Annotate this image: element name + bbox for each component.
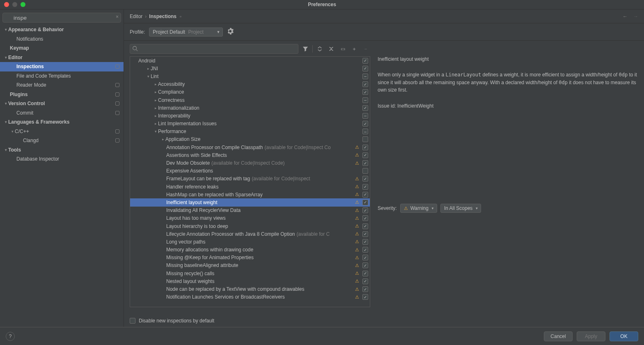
inspections-search-input[interactable] — [130, 44, 298, 54]
sidebar-item[interactable]: ▾Languages & Frameworks — [0, 117, 124, 127]
inspection-row[interactable]: ▸Interoperability — [130, 112, 370, 120]
inspection-checkbox[interactable] — [362, 231, 368, 237]
inspection-checkbox[interactable] — [362, 145, 368, 150]
inspection-row[interactable]: ▸JNI — [130, 64, 370, 72]
inspection-checkbox[interactable] — [362, 184, 368, 190]
forward-icon[interactable]: → — [633, 14, 638, 19]
inspection-checkbox[interactable] — [362, 247, 368, 253]
inspection-row[interactable]: ▸Lint Implementation Issues — [130, 120, 370, 128]
sidebar-item[interactable]: File and Code Templates — [0, 71, 124, 81]
inspection-checkbox[interactable] — [362, 152, 368, 158]
inspection-row[interactable]: Inefficient layout weight⚠ — [130, 198, 370, 206]
add-icon[interactable]: ＋ — [350, 44, 359, 53]
inspection-row[interactable]: Node can be replaced by a TextView with … — [130, 285, 370, 293]
inspection-row[interactable]: ▸Compliance — [130, 88, 370, 96]
inspection-row[interactable]: Handler reference leaks⚠ — [130, 183, 370, 191]
inspection-row[interactable]: Long vector paths⚠ — [130, 238, 370, 246]
inspection-row[interactable]: Annotation Processor on Compile Classpat… — [130, 143, 370, 151]
breadcrumb-parent[interactable]: Editor — [130, 14, 142, 19]
inspection-row[interactable]: Layout hierarchy is too deep⚠ — [130, 222, 370, 230]
inspection-checkbox[interactable] — [362, 113, 368, 119]
inspection-checkbox[interactable] — [362, 176, 368, 182]
inspection-row[interactable]: ▾Lint — [130, 72, 370, 80]
inspection-checkbox[interactable] — [362, 105, 368, 111]
sidebar-item[interactable]: Commit — [0, 108, 124, 118]
reset-icon[interactable]: ▭ — [338, 44, 347, 53]
inspection-row[interactable]: Lifecycle Annotation Processor with Java… — [130, 230, 370, 238]
inspection-row[interactable]: Nested layout weights⚠ — [130, 277, 370, 285]
inspection-row[interactable]: FrameLayout can be replaced with tag(ava… — [130, 175, 370, 183]
inspection-row[interactable]: Invalidating All RecyclerView Data⚠ — [130, 207, 370, 214]
clear-search-icon[interactable]: × — [116, 14, 119, 20]
settings-badge-icon[interactable]: ▫ — [180, 14, 181, 19]
help-button[interactable]: ? — [6, 332, 15, 341]
inspection-checkbox[interactable] — [362, 58, 368, 64]
sidebar-item[interactable]: ▾Appearance & Behavior — [0, 25, 124, 34]
inspection-checkbox[interactable] — [362, 223, 368, 229]
inspection-row[interactable]: ▸Internationalization — [130, 104, 370, 112]
inspection-checkbox[interactable] — [362, 192, 368, 198]
disable-new-inspections-checkbox[interactable] — [130, 318, 135, 324]
profile-dropdown[interactable]: Project Default Project ▼ — [149, 28, 223, 37]
inspection-row[interactable]: ▾Performance — [130, 128, 370, 136]
inspection-row[interactable]: Expensive Assertions — [130, 167, 370, 175]
back-icon[interactable]: ← — [623, 14, 628, 19]
sidebar-item[interactable]: Inspections — [0, 62, 124, 71]
inspection-checkbox[interactable] — [362, 278, 368, 284]
inspection-row[interactable]: Assertions with Side Effects⚠ — [130, 151, 370, 159]
inspection-checkbox[interactable] — [362, 200, 368, 205]
inspection-row[interactable]: Layout has too many views⚠ — [130, 214, 370, 222]
inspection-checkbox[interactable] — [362, 74, 368, 79]
scope-dropdown[interactable]: In All Scopes ▼ — [440, 204, 481, 213]
inspection-row[interactable]: Dev Mode Obsolete(available for Code|Ins… — [130, 159, 370, 167]
expand-all-icon[interactable] — [315, 44, 324, 53]
close-window-icon[interactable] — [4, 2, 9, 7]
inspection-checkbox[interactable] — [362, 97, 368, 103]
inspection-checkbox[interactable] — [362, 215, 368, 221]
sidebar-item[interactable]: ▾Tools — [0, 145, 124, 155]
sidebar-item[interactable]: ▾Version Control — [0, 99, 124, 108]
sidebar-item[interactable]: Plugins — [0, 90, 124, 99]
inspection-row[interactable]: Missing baselineAligned attribute⚠ — [130, 262, 370, 269]
inspection-row[interactable]: Missing @Keep for Animated Properties⚠ — [130, 254, 370, 262]
inspection-row[interactable]: HashMap can be replaced with SparseArray… — [130, 191, 370, 198]
inspection-checkbox[interactable] — [362, 89, 368, 95]
ok-button[interactable]: OK — [610, 331, 638, 341]
inspection-checkbox[interactable] — [362, 286, 368, 292]
settings-tree[interactable]: ▾Appearance & BehaviorNotificationsKeyma… — [0, 25, 124, 327]
inspection-checkbox[interactable] — [362, 81, 368, 87]
inspection-checkbox[interactable] — [362, 168, 368, 174]
cancel-button[interactable]: Cancel — [544, 331, 573, 341]
inspection-checkbox[interactable] — [362, 136, 368, 142]
severity-dropdown[interactable]: ⚠ Warning ▼ — [400, 204, 437, 213]
zoom-window-icon[interactable] — [21, 2, 25, 7]
inspection-checkbox[interactable] — [362, 66, 368, 71]
sidebar-item[interactable]: Keymap — [0, 44, 124, 53]
sidebar-item[interactable]: ▾Editor — [0, 53, 124, 62]
inspection-checkbox[interactable] — [362, 239, 368, 245]
inspections-tree[interactable]: Android▸JNI▾Lint▸Accessibility▸Complianc… — [130, 57, 370, 307]
inspection-checkbox[interactable] — [362, 294, 368, 300]
inspection-checkbox[interactable] — [362, 262, 368, 268]
inspection-row[interactable]: Memory allocations within drawing code⚠ — [130, 246, 370, 254]
inspection-row[interactable]: Android — [130, 57, 370, 64]
minimize-window-icon[interactable] — [12, 2, 17, 7]
inspection-row[interactable]: Missing recycle() calls⚠ — [130, 269, 370, 277]
sidebar-item[interactable]: Reader Mode — [0, 80, 124, 90]
inspection-row[interactable]: ▸Correctness — [130, 96, 370, 104]
inspection-checkbox[interactable] — [362, 271, 368, 276]
sidebar-item[interactable]: Clangd — [0, 136, 124, 145]
filter-icon[interactable] — [301, 44, 310, 53]
sidebar-item[interactable]: Database Inspector — [0, 154, 124, 164]
collapse-all-icon[interactable] — [327, 44, 336, 53]
inspection-row[interactable]: ▸Application Size — [130, 136, 370, 143]
remove-icon[interactable]: － — [361, 44, 370, 53]
sidebar-item[interactable]: ▾C/C++ — [0, 127, 124, 136]
gear-icon[interactable] — [227, 28, 234, 36]
inspection-row[interactable]: Notification Launches Services or Broadc… — [130, 293, 370, 301]
inspection-checkbox[interactable] — [362, 207, 368, 213]
inspection-row[interactable]: ▸Accessibility — [130, 80, 370, 88]
inspection-checkbox[interactable] — [362, 160, 368, 166]
inspection-checkbox[interactable] — [362, 255, 368, 260]
sidebar-item[interactable]: Notifications — [0, 34, 124, 44]
